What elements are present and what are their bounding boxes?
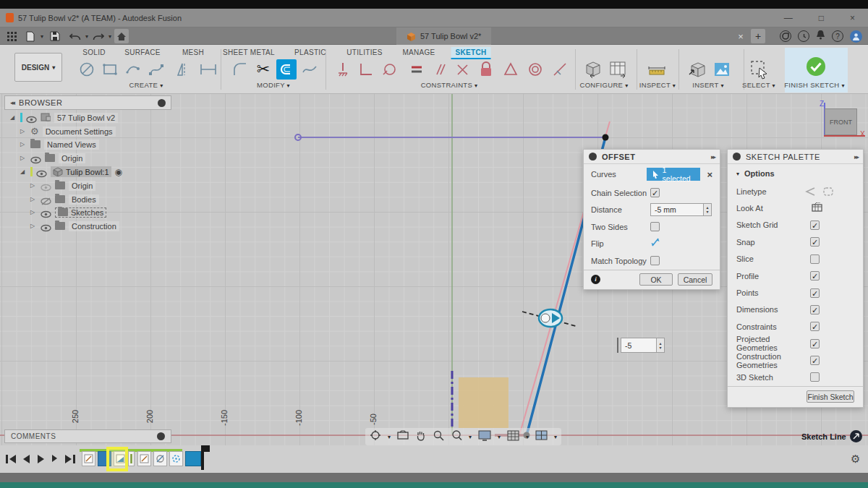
- tree-label[interactable]: Named Views: [44, 140, 99, 150]
- trim-tool-icon[interactable]: ✂: [253, 59, 273, 80]
- job-status-icon[interactable]: [798, 30, 809, 42]
- group-create[interactable]: CREATE ▾: [129, 81, 163, 89]
- timeline-feature-sketch2[interactable]: [137, 451, 151, 466]
- arc-tool-icon[interactable]: [123, 59, 143, 80]
- help-icon[interactable]: ?: [832, 30, 843, 42]
- finish-sketch-check-icon[interactable]: [805, 56, 825, 77]
- sketch-grid-checkbox[interactable]: [810, 221, 820, 230]
- tree-label[interactable]: 57 Tulip Bowl v2: [54, 113, 118, 123]
- tree-row-root[interactable]: ◢ 57 Tulip Bowl v2: [10, 111, 118, 124]
- offset-tool-icon-active[interactable]: [276, 59, 297, 80]
- projected-geometries-checkbox[interactable]: [810, 339, 820, 348]
- group-insert[interactable]: INSERT ▾: [692, 81, 724, 89]
- polygon-constraint-icon[interactable]: [501, 59, 521, 80]
- viewports-caret-icon[interactable]: ▾: [554, 434, 557, 440]
- finish-sketch-button[interactable]: Finish Sketch: [807, 390, 854, 403]
- visibility-eye-icon[interactable]: [30, 154, 41, 162]
- info-icon[interactable]: i: [591, 275, 600, 284]
- group-select[interactable]: SELECT ▾: [742, 81, 775, 89]
- snap-checkbox[interactable]: [810, 237, 820, 247]
- fillet-tool-icon[interactable]: [230, 59, 250, 80]
- group-inspect[interactable]: INSPECT ▾: [639, 81, 676, 89]
- expand-closed-icon[interactable]: ▷: [30, 209, 37, 215]
- tree-label[interactable]: Origin: [69, 181, 95, 191]
- cancel-button[interactable]: Cancel: [678, 273, 712, 286]
- workspace-selector[interactable]: DESIGN▾: [14, 53, 62, 82]
- grid-settings-icon[interactable]: [507, 430, 519, 444]
- tree-row-child-origin[interactable]: ▷ Origin: [30, 179, 95, 192]
- tree-row-construction[interactable]: ▷ Construction: [30, 219, 119, 233]
- tree-row-bodies[interactable]: ▷ Bodies: [30, 192, 99, 206]
- close-button[interactable]: ×: [850, 13, 855, 23]
- tree-label[interactable]: Document Settings: [43, 127, 116, 137]
- tree-label[interactable]: Origin: [59, 153, 85, 163]
- timeline-step-back[interactable]: [23, 455, 30, 463]
- points-checkbox[interactable]: [810, 288, 820, 298]
- timeline-go-to-start[interactable]: [6, 455, 16, 463]
- orbit-caret-icon[interactable]: ▾: [388, 434, 391, 440]
- timeline-feature-sketch1[interactable]: [82, 451, 95, 466]
- curves-selection-chip[interactable]: 1 selected: [647, 168, 700, 181]
- viewports-icon[interactable]: [535, 430, 548, 443]
- display-caret-icon[interactable]: ▾: [498, 434, 501, 440]
- concentric-constraint-icon[interactable]: [525, 59, 545, 80]
- circle-constraint-icon[interactable]: [379, 59, 399, 80]
- dialog-expand-icon[interactable]: ▸▸: [854, 153, 858, 160]
- new-tab-button[interactable]: +: [751, 29, 765, 43]
- mirror-tool-icon[interactable]: [174, 59, 194, 80]
- expand-closed-icon[interactable]: ▷: [20, 128, 27, 134]
- display-settings-icon[interactable]: [478, 430, 491, 444]
- minimize-button[interactable]: —: [784, 13, 793, 23]
- visibility-eye-off-icon[interactable]: [41, 195, 51, 203]
- timeline-go-to-end[interactable]: [65, 455, 75, 463]
- configuration-table-icon[interactable]: [608, 59, 628, 80]
- timeline-step-forward[interactable]: [52, 455, 57, 462]
- dialog-expand-icon[interactable]: ▸▸: [711, 153, 715, 160]
- configure-box-icon[interactable]: [583, 59, 603, 80]
- collapse-panel-icon[interactable]: ◂◂: [10, 99, 14, 106]
- look-at-icon[interactable]: [397, 430, 409, 443]
- user-avatar[interactable]: [850, 30, 862, 43]
- offset-value-field[interactable]: -5: [621, 338, 657, 353]
- expand-closed-icon[interactable]: ▷: [30, 223, 37, 229]
- timeline-play[interactable]: [38, 455, 44, 463]
- grid-caret-icon[interactable]: ▾: [526, 434, 529, 440]
- tree-row-component-active[interactable]: ◢ Tulip Bowl:1 ◉: [20, 165, 122, 179]
- ok-button[interactable]: OK: [639, 273, 673, 286]
- tangent-constraint-icon[interactable]: [550, 59, 570, 80]
- fix-constraint-icon[interactable]: [333, 59, 353, 80]
- visibility-eye-icon[interactable]: [36, 168, 47, 176]
- look-at-plane-icon[interactable]: [812, 202, 822, 215]
- expand-closed-icon[interactable]: ▷: [20, 141, 27, 147]
- offset-value-spinner[interactable]: ▴▾: [657, 338, 665, 353]
- timeline-settings-gear-icon[interactable]: ⚙: [851, 453, 860, 466]
- two-sides-checkbox[interactable]: [650, 222, 660, 231]
- timeline-current-feature[interactable]: [185, 451, 201, 466]
- visibility-eye-icon[interactable]: [26, 114, 37, 121]
- timeline-feature-thin[interactable]: [128, 451, 135, 466]
- measure-tool-icon[interactable]: [647, 59, 667, 80]
- panel-display-icon[interactable]: [158, 99, 166, 107]
- group-finish-sketch[interactable]: FINISH SKETCH ▾: [784, 81, 845, 89]
- linetype-construction-icon[interactable]: [822, 187, 834, 197]
- match-topology-checkbox[interactable]: [650, 256, 660, 265]
- orbit-icon[interactable]: [370, 429, 381, 444]
- tree-label[interactable]: Construction: [69, 221, 119, 231]
- expand-closed-icon[interactable]: ▷: [30, 182, 37, 189]
- sketch-palette-header[interactable]: SKETCH PALETTE ▸▸: [728, 150, 863, 164]
- options-section-header[interactable]: ▾ Options: [728, 164, 863, 183]
- pan-icon[interactable]: [415, 430, 426, 444]
- tree-row-named-views[interactable]: ▷ Named Views: [20, 137, 99, 151]
- flip-icon[interactable]: [650, 237, 660, 250]
- coincident-constraint-icon[interactable]: [356, 59, 376, 80]
- tree-label[interactable]: Bodies: [69, 194, 99, 205]
- file-menu-caret-icon[interactable]: ▾: [35, 29, 49, 43]
- tab-mesh[interactable]: MESH: [178, 47, 208, 58]
- browser-header[interactable]: ◂◂ BROWSER: [4, 95, 171, 110]
- tree-row-sketches-editing[interactable]: ▷ Sketches: [30, 205, 106, 219]
- close-tab-button[interactable]: ×: [733, 29, 748, 43]
- select-tool-icon[interactable]: [749, 59, 770, 80]
- parallel-constraint-icon[interactable]: [430, 59, 450, 80]
- timeline-playhead-flag[interactable]: [201, 445, 210, 452]
- insert-derive-icon[interactable]: [687, 59, 707, 80]
